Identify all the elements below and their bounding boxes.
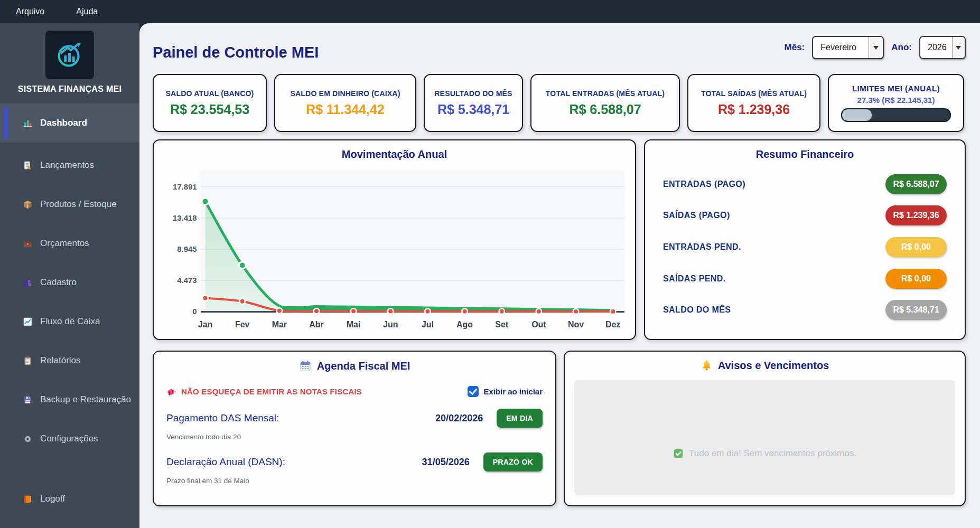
alerts-title-row: Avisos e Vencimentos [574, 352, 955, 372]
year-select[interactable]: 2026 [919, 36, 966, 59]
status-badge: R$ 6.588,07 [885, 174, 947, 194]
kpi-value: R$ 1.239,36 [718, 102, 790, 117]
kpi-label: TOTAL ENTRADAS (MÊS ATUAL) [546, 89, 665, 98]
sidebar-item-label: Configurações [40, 433, 98, 444]
kpi-value: R$ 11.344,42 [306, 102, 385, 117]
show-on-start-label: Exibir ao iniciar [483, 387, 543, 396]
logoff-book-icon [22, 494, 33, 504]
main-content: Painel de Controle MEI Mês: Fevereiro An… [139, 23, 980, 528]
sidebar-item-relatorios[interactable]: Relatórios [0, 344, 139, 377]
year-select-value: 2026 [920, 43, 952, 52]
sidebar-item-lancamentos[interactable]: Lançamentos [0, 149, 139, 182]
svg-text:Jan: Jan [198, 320, 212, 329]
dasn-anual-date: 31/05/2026 [422, 457, 470, 468]
das-mensal-status-button[interactable]: EM DIA [497, 409, 543, 428]
status-badge: R$ 5.348,71 [885, 300, 947, 320]
month-label: Mês: [785, 42, 805, 53]
sidebar-item-label: Relatórios [40, 355, 81, 366]
kpi-label: SALDO ATUAL (BANCO) [166, 89, 254, 98]
svg-text:8.945: 8.945 [177, 245, 197, 253]
floppy-disk-icon [22, 394, 33, 405]
summary-title: Resumo Financeiro [645, 140, 965, 161]
svg-text:Abr: Abr [309, 320, 323, 329]
active-accent-bar [4, 107, 8, 139]
warning-text: NÃO ESQUEÇA DE EMITIR AS NOTAS FISCAIS [181, 387, 362, 396]
svg-text:4.473: 4.473 [177, 276, 197, 285]
sidebar-item-label: Produtos / Estoque [40, 199, 117, 210]
menu-arquivo[interactable]: Arquivo [16, 7, 44, 16]
briefcase-icon [22, 238, 33, 249]
das-mensal-date: 20/02/2026 [435, 413, 483, 424]
svg-text:17.891: 17.891 [173, 183, 197, 191]
summary-label: SAÍDAS PEND. [663, 274, 726, 284]
dasn-anual-row: Declaração Anual (DASN): 31/05/2026 PRAZ… [166, 452, 543, 472]
summary-rows: ENTRADAS (PAGO) R$ 6.588,07 SAÍDAS (PAGO… [645, 161, 965, 339]
svg-text:13.418: 13.418 [173, 214, 197, 222]
svg-text:Mai: Mai [347, 320, 361, 329]
menu-ajuda[interactable]: Ajuda [76, 7, 98, 16]
kpi-value: R$ 23.554,53 [170, 102, 249, 117]
sidebar-item-dashboard[interactable]: Dashboard [0, 103, 139, 143]
agenda-title-row: Agenda Fiscal MEI [166, 352, 543, 372]
svg-text:Jun: Jun [383, 320, 398, 329]
sidebar-item-cadastro[interactable]: Cadastro [0, 266, 139, 299]
kpi-label: RESULTADO DO MÊS [434, 89, 512, 98]
package-icon [22, 199, 33, 210]
annual-chart-panel: Movimentação Anual 04.4738.94513.41817.8… [153, 139, 636, 340]
kpi-saldo-caixa: SALDO EM DINHEIRO (CAIXA) R$ 11.344,42 [274, 74, 416, 132]
sidebar-item-configuracoes[interactable]: Configurações [0, 422, 139, 455]
month-select-value: Fevereiro [813, 43, 869, 52]
svg-text:Ago: Ago [456, 320, 473, 329]
kpi-row: SALDO ATUAL (BANCO) R$ 23.554,53 SALDO E… [153, 74, 966, 132]
sidebar-item-backup-restauracao[interactable]: Backup e Restauração [0, 383, 139, 416]
finance-logo-icon [53, 39, 86, 71]
mei-limit-progress [841, 108, 951, 122]
sidebar-item-logoff[interactable]: Logoff [0, 483, 139, 515]
sidebar-item-orcamentos[interactable]: Orçamentos [0, 227, 139, 260]
chevron-down-icon[interactable] [952, 37, 965, 58]
summary-row-saidas-pago: SAÍDAS (PAGO) R$ 1.239,36 [663, 205, 947, 225]
kpi-total-entradas: TOTAL ENTRADAS (MÊS ATUAL) R$ 6.588,07 [530, 74, 680, 132]
document-pencil-icon [22, 160, 33, 171]
mei-limit-progress-fill [842, 109, 872, 121]
calendar-icon [299, 360, 312, 372]
summary-row-entradas-pago: ENTRADAS (PAGO) R$ 6.588,07 [663, 174, 947, 194]
sidebar-nav: Dashboard Lançamentos Produtos / Estoque… [0, 103, 139, 461]
annual-chart-svg: 04.4738.94513.41817.891JanFevMarAbrMaiJu… [157, 162, 630, 336]
app-logo [45, 31, 94, 79]
kpi-limites-mei: LIMITES MEI (ANUAL) 27.3% (R$ 22.145,31) [828, 74, 964, 132]
app-window: Arquivo Ajuda SISTEMA FINANÇAS MEI [0, 0, 980, 528]
dasn-anual-label: Declaração Anual (DASN): [166, 456, 422, 468]
show-on-start-checkbox[interactable] [468, 386, 479, 397]
sidebar-item-fluxo-de-caixa[interactable]: Fluxo de Caixa [0, 305, 139, 338]
page-title: Painel de Controle MEI [153, 44, 319, 64]
app-title: SISTEMA FINANÇAS MEI [0, 84, 139, 94]
status-badge: R$ 1.239,36 [885, 205, 947, 225]
summary-label: ENTRADAS (PAGO) [663, 180, 745, 189]
year-label: Ano: [891, 42, 912, 53]
main-header: Painel de Controle MEI Mês: Fevereiro An… [153, 23, 966, 64]
alerts-empty-state: Tudo em dia! Sem vencimentos próximos. [673, 448, 856, 459]
summary-label: ENTRADAS PEND. [663, 242, 741, 252]
svg-text:Jul: Jul [422, 320, 434, 329]
bottom-row: Agenda Fiscal MEI NÃO ESQUEÇA DE EMITIR … [153, 351, 966, 506]
users-icon [22, 277, 33, 288]
dasn-anual-status-button[interactable]: PRAZO OK [483, 452, 543, 472]
sidebar-item-produtos-estoque[interactable]: Produtos / Estoque [0, 188, 139, 221]
sidebar-item-label: Fluxo de Caixa [40, 316, 100, 327]
svg-text:Dez: Dez [605, 320, 620, 329]
gear-icon [22, 433, 33, 444]
summary-label: SALDO DO MÊS [663, 305, 731, 315]
kpi-label: LIMITES MEI (ANUAL) [852, 84, 940, 93]
svg-text:Out: Out [531, 320, 546, 329]
svg-text:0: 0 [192, 307, 197, 316]
chevron-down-icon[interactable] [869, 37, 883, 58]
kpi-label: SALDO EM DINHEIRO (CAIXA) [291, 89, 400, 98]
mei-limit-percent: 27.3% (R$ 22.145,31) [857, 96, 935, 105]
month-select[interactable]: Fevereiro [812, 36, 884, 59]
check-square-icon [673, 448, 684, 459]
alerts-body: Tudo em dia! Sem vencimentos próximos. [574, 380, 955, 495]
sidebar-item-label: Logoff [40, 494, 65, 504]
sidebar-item-label: Dashboard [40, 118, 87, 128]
das-mensal-note: Vencimento todo dia 20 [166, 433, 543, 441]
